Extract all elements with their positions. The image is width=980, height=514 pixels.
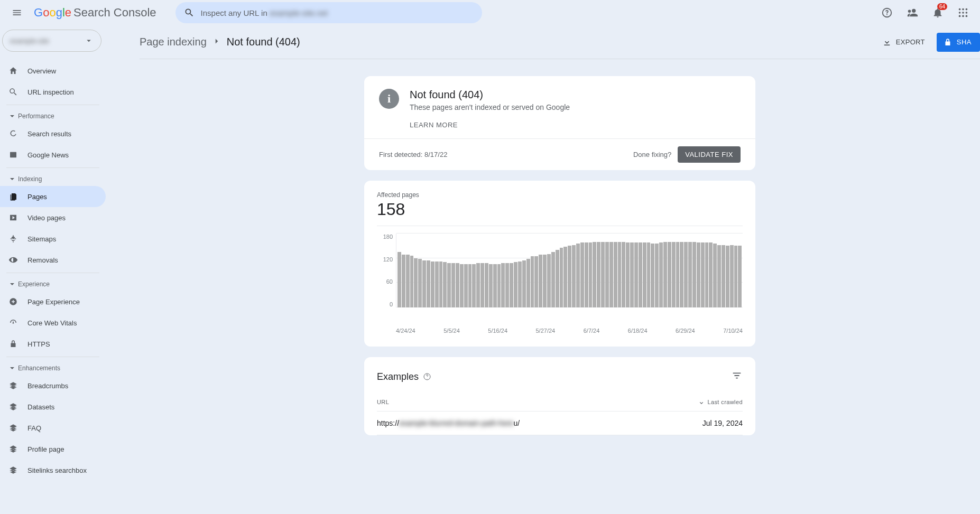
plus-circle-icon <box>8 297 18 306</box>
menu-button[interactable] <box>6 2 27 23</box>
property-selector[interactable]: example-site <box>2 30 101 52</box>
breadcrumb-parent[interactable]: Page indexing <box>140 36 207 48</box>
nav-sitemaps[interactable]: Sitemaps <box>0 228 106 249</box>
nav-datasets[interactable]: Datasets <box>0 396 106 417</box>
chart-bar <box>609 242 613 307</box>
nav-page-experience[interactable]: Page Experience <box>0 291 106 312</box>
nav-url-inspection[interactable]: URL inspection <box>0 81 106 102</box>
chart-bar <box>551 252 555 307</box>
nav-google-news[interactable]: Google News <box>0 144 106 165</box>
chart-bar <box>722 245 725 307</box>
chart-bar <box>560 248 563 307</box>
apps-icon <box>957 7 969 18</box>
section-indexing[interactable]: Indexing <box>0 170 106 186</box>
nav-search-results[interactable]: Search results <box>0 123 106 144</box>
chart-bar <box>505 263 509 307</box>
nav-profile-page[interactable]: Profile page <box>0 438 106 460</box>
search-icon <box>8 87 18 97</box>
chart-bar <box>497 264 501 307</box>
notifications-button[interactable]: 64 <box>927 2 948 23</box>
chart-bar <box>580 242 584 307</box>
svg-point-6 <box>959 15 961 17</box>
learn-more-link[interactable]: LEARN MORE <box>410 121 570 129</box>
chart-bar <box>717 245 721 307</box>
chart-bar <box>427 260 430 307</box>
chart-bar <box>709 242 713 307</box>
chart-bar <box>418 259 422 307</box>
validate-fix-button[interactable]: VALIDATE FIX <box>678 146 741 163</box>
section-enhancements[interactable]: Enhancements <box>0 359 106 375</box>
chart-bar <box>489 264 493 307</box>
nav-overview[interactable]: Overview <box>0 60 106 81</box>
nav-core-web-vitals[interactable]: Core Web Vitals <box>0 312 106 333</box>
share-button[interactable]: SHA <box>937 33 980 52</box>
chart-bar <box>618 242 622 307</box>
section-performance[interactable]: Performance <box>0 107 106 123</box>
col-last-crawled[interactable]: Last crawled <box>698 398 743 406</box>
chart-bar <box>597 242 600 307</box>
chart-bar <box>576 244 580 307</box>
status-subtitle: These pages aren't indexed or served on … <box>410 103 570 111</box>
chart-bar <box>510 263 513 307</box>
svg-point-4 <box>962 12 964 14</box>
chart-bar <box>514 262 517 307</box>
chart-bar <box>655 244 659 307</box>
product-name: Search Console <box>73 6 156 20</box>
chart-bar <box>684 242 688 307</box>
chart-bar <box>647 242 651 307</box>
examples-card: Examples URL Last crawled https://exampl… <box>364 357 755 435</box>
url-inspect-search[interactable]: Inspect any URL in example-site.net <box>175 2 482 23</box>
nav-sitelinks-searchbox[interactable]: Sitelinks searchbox <box>0 460 106 481</box>
export-button[interactable]: EXPORT <box>876 38 931 47</box>
chart-bar <box>626 242 630 307</box>
chart-bar <box>485 263 488 307</box>
lock-icon <box>943 38 953 47</box>
chart-bar <box>563 247 567 307</box>
chart-bar <box>568 246 571 307</box>
status-title: Not found (404) <box>410 89 570 101</box>
svg-point-0 <box>959 8 961 11</box>
chart-bar <box>734 246 738 307</box>
lock-icon <box>8 339 18 349</box>
chart-bar <box>688 242 692 307</box>
nav-video-pages[interactable]: Video pages <box>0 207 106 228</box>
table-row[interactable]: https://example-blurred-domain-path-here… <box>377 412 743 435</box>
section-experience[interactable]: Experience <box>0 275 106 291</box>
nav-breadcrumbs[interactable]: Breadcrumbs <box>0 375 106 396</box>
chart-bar <box>480 263 484 307</box>
status-card: i Not found (404) These pages aren't ind… <box>364 76 755 170</box>
nav-pages[interactable]: Pages <box>0 186 106 207</box>
help-icon[interactable] <box>423 372 431 381</box>
chart-bar <box>406 255 410 307</box>
chart-bar <box>534 256 538 307</box>
chart-bar <box>730 245 734 307</box>
chart-bar <box>410 256 414 307</box>
chart-bar <box>614 242 617 307</box>
chart-bar <box>726 246 729 307</box>
notification-badge: 64 <box>937 3 947 10</box>
chart-bar <box>468 264 472 307</box>
nav-https[interactable]: HTTPS <box>0 333 106 354</box>
layers-icon <box>8 381 18 390</box>
chevron-down-icon <box>10 366 15 371</box>
chart-bar <box>439 261 443 307</box>
help-button[interactable] <box>876 2 898 23</box>
chart-value: 158 <box>377 200 743 219</box>
filter-button[interactable] <box>731 370 743 384</box>
chart-bar <box>556 250 559 307</box>
nav-faq[interactable]: FAQ <box>0 417 106 438</box>
chart-bar <box>672 242 676 307</box>
help-icon <box>881 7 893 18</box>
chart-y-axis: 180120600 <box>377 233 396 307</box>
chart-bar <box>676 242 680 307</box>
apps-button[interactable] <box>953 2 974 23</box>
nav-removals[interactable]: Removals <box>0 249 106 270</box>
filter-icon <box>731 370 743 381</box>
logo[interactable]: Google Search Console <box>34 6 156 20</box>
layers-icon <box>8 402 18 412</box>
people-button[interactable] <box>902 2 923 23</box>
chart-bar <box>634 242 638 307</box>
layers-icon <box>8 465 18 475</box>
first-detected: First detected: 8/17/22 <box>379 151 447 158</box>
chart-bar <box>464 264 468 307</box>
